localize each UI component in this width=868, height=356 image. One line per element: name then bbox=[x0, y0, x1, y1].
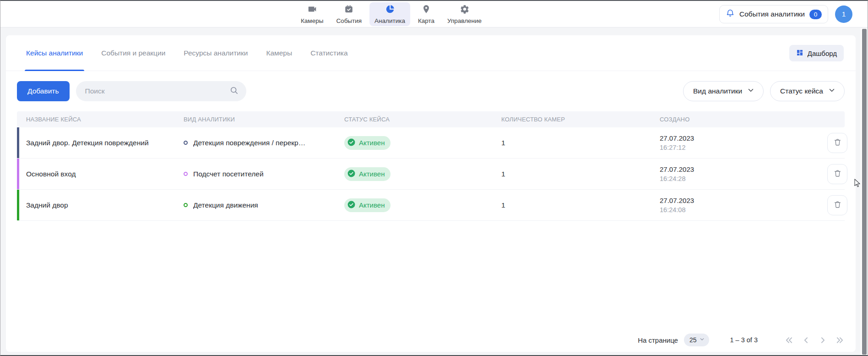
delete-case-button[interactable] bbox=[827, 164, 847, 184]
map-pin-icon bbox=[421, 4, 431, 16]
filter-label: Вид аналитики bbox=[693, 87, 742, 95]
column-header-case-status: СТАТУС КЕЙСА bbox=[344, 116, 501, 123]
search-box bbox=[76, 81, 246, 101]
case-name: Задний двор. Детекция повреждений bbox=[17, 139, 184, 147]
created-time: 16:24:28 bbox=[660, 174, 827, 183]
scrollbar-thumb[interactable] bbox=[862, 29, 867, 355]
chevron-down-icon bbox=[699, 336, 705, 344]
per-page-select[interactable]: 25 bbox=[684, 334, 709, 346]
row-color-stripe bbox=[17, 159, 19, 189]
analytics-events-label: События аналитики bbox=[739, 10, 805, 18]
check-circle-icon bbox=[347, 138, 356, 148]
nav-label: События bbox=[336, 17, 362, 24]
table-row[interactable]: Задний двор. Детекция повреждений Детекц… bbox=[17, 127, 845, 159]
tab-statistics[interactable]: Статистика bbox=[310, 35, 347, 71]
dashboard-button[interactable]: Дашборд bbox=[789, 45, 844, 61]
prev-page-button[interactable] bbox=[801, 335, 811, 345]
vertical-scrollbar[interactable] bbox=[861, 28, 868, 355]
created-cell: 27.07.2023 16:27:12 bbox=[660, 134, 827, 152]
analytics-type-label: Подсчет посетителей bbox=[193, 170, 275, 178]
column-header-camera-count: КОЛИЧЕСТВО КАМЕР bbox=[501, 116, 660, 123]
trash-icon bbox=[833, 138, 842, 148]
case-status-filter[interactable]: Статус кейса bbox=[770, 81, 845, 101]
cases-table: НАЗВАНИЕ КЕЙСА ВИД АНАЛИТИКИ СТАТУС КЕЙС… bbox=[17, 111, 845, 221]
created-time: 16:27:12 bbox=[660, 143, 827, 152]
nav-item-analytics[interactable]: Аналитика bbox=[369, 2, 410, 26]
check-circle-icon bbox=[347, 169, 356, 179]
column-header-case-name: НАЗВАНИЕ КЕЙСА bbox=[17, 116, 184, 123]
bell-icon bbox=[726, 9, 735, 20]
created-date: 27.07.2023 bbox=[660, 196, 827, 205]
analytics-type-label: Детекция движения bbox=[193, 201, 269, 209]
events-count-badge: 0 bbox=[809, 10, 822, 19]
status-badge: Активен bbox=[344, 167, 391, 181]
analytics-events-button[interactable]: События аналитики 0 bbox=[719, 5, 828, 23]
chevron-down-icon bbox=[828, 86, 836, 96]
created-time: 16:24:08 bbox=[660, 205, 827, 214]
column-header-created: СОЗДАНО bbox=[660, 116, 827, 123]
trash-icon bbox=[833, 200, 842, 210]
double-chevron-left-icon bbox=[784, 340, 794, 346]
created-date: 27.07.2023 bbox=[660, 165, 827, 174]
tab-events-reactions[interactable]: События и реакции bbox=[101, 35, 165, 71]
add-case-button[interactable]: Добавить bbox=[17, 81, 70, 101]
camera-count: 1 bbox=[501, 170, 660, 178]
nav-label: Аналитика bbox=[374, 17, 405, 24]
camera-count: 1 bbox=[501, 139, 660, 147]
analytics-type-icon bbox=[184, 172, 188, 176]
analytics-cases-panel: Кейсы аналитики События и реакции Ресурс… bbox=[6, 35, 856, 352]
table-header: НАЗВАНИЕ КЕЙСА ВИД АНАЛИТИКИ СТАТУС КЕЙС… bbox=[17, 111, 845, 127]
nav-item-management[interactable]: Управление bbox=[442, 2, 487, 26]
status-label: Активен bbox=[359, 170, 385, 178]
main-nav: Камеры События Аналитика Карта Управлени… bbox=[296, 2, 487, 26]
filter-label: Статус кейса bbox=[780, 87, 823, 95]
table-row[interactable]: Задний двор Детекция движения Активен 1 … bbox=[17, 190, 845, 221]
analytics-type-icon bbox=[184, 203, 188, 207]
analytics-type-filter[interactable]: Вид аналитики bbox=[683, 81, 764, 101]
nav-item-map[interactable]: Карта bbox=[413, 2, 439, 26]
analytics-type-label: Детекция повреждения / перекр… bbox=[193, 139, 316, 147]
per-page-value: 25 bbox=[689, 336, 697, 344]
dashboard-grid-icon bbox=[796, 49, 803, 58]
tab-analytics-resources[interactable]: Ресурсы аналитики bbox=[184, 35, 248, 71]
toolbar: Добавить Вид аналитики Статус кейса bbox=[6, 71, 856, 101]
events-calendar-icon bbox=[344, 4, 354, 16]
delete-case-button[interactable] bbox=[827, 133, 847, 153]
tab-cameras[interactable]: Камеры bbox=[266, 35, 292, 71]
status-label: Активен bbox=[359, 201, 385, 209]
search-input[interactable] bbox=[85, 87, 229, 95]
status-badge: Активен bbox=[344, 136, 391, 150]
dashboard-label: Дашборд bbox=[808, 49, 837, 57]
created-date: 27.07.2023 bbox=[660, 134, 827, 143]
tab-bar: Кейсы аналитики События и реакции Ресурс… bbox=[6, 35, 856, 71]
avatar[interactable]: 1 bbox=[835, 5, 852, 23]
next-page-button[interactable] bbox=[818, 335, 828, 345]
table-row[interactable]: Основной вход Подсчет посетителей Активе… bbox=[17, 159, 845, 190]
camera-count: 1 bbox=[501, 201, 660, 209]
per-page-label: На странице bbox=[638, 336, 678, 344]
chevron-right-icon bbox=[818, 340, 828, 346]
video-camera-icon bbox=[307, 4, 317, 16]
last-page-button[interactable] bbox=[835, 335, 845, 345]
topbar-right: События аналитики 0 1 bbox=[719, 5, 852, 23]
status-badge: Активен bbox=[344, 198, 391, 212]
chevron-left-icon bbox=[801, 340, 811, 346]
pager-controls bbox=[784, 335, 845, 345]
row-color-stripe bbox=[17, 190, 19, 220]
case-name: Задний двор bbox=[17, 201, 184, 209]
first-page-button[interactable] bbox=[784, 335, 794, 345]
nav-item-events[interactable]: События bbox=[331, 2, 367, 26]
status-label: Активен bbox=[359, 139, 385, 147]
created-cell: 27.07.2023 16:24:28 bbox=[660, 165, 827, 183]
topbar: Камеры События Аналитика Карта Управлени… bbox=[0, 1, 868, 27]
column-header-analytics-type: ВИД АНАЛИТИКИ bbox=[184, 116, 344, 123]
nav-item-cameras[interactable]: Камеры bbox=[296, 2, 328, 26]
delete-case-button[interactable] bbox=[827, 195, 847, 215]
nav-label: Управление bbox=[447, 17, 482, 24]
gear-icon bbox=[460, 4, 470, 16]
tab-analytics-cases[interactable]: Кейсы аналитики bbox=[26, 35, 83, 71]
check-circle-icon bbox=[347, 200, 356, 210]
pagination: На странице 25 1 – 3 of 3 bbox=[638, 334, 845, 346]
pie-chart-icon bbox=[385, 4, 395, 16]
search-icon[interactable] bbox=[229, 86, 239, 97]
